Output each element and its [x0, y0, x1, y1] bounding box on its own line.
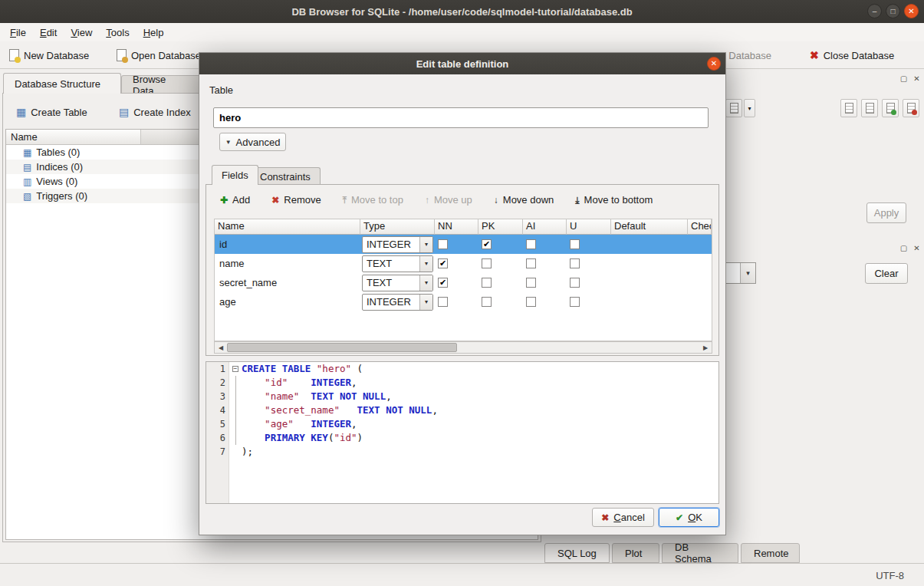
chevron-down-icon: ▾ — [748, 105, 751, 112]
field-type-combobox[interactable]: TEXT ▾ — [362, 275, 433, 291]
column-header-type[interactable]: Type — [360, 219, 435, 235]
field-actions-toolbar: ✚ Add ✖ Remove ⤒ Move to top ↑ Move up ↓… — [212, 191, 660, 209]
menu-edit[interactable]: Edit — [33, 25, 64, 40]
tree-header-name[interactable]: Name — [6, 130, 141, 144]
cell-editor-mode-dropdown[interactable]: ▾ — [744, 99, 755, 117]
fold-collapse-icon[interactable]: − — [232, 366, 238, 372]
ai-checkbox[interactable] — [526, 258, 536, 268]
column-header-nn[interactable]: NN — [435, 219, 478, 235]
u-checkbox[interactable] — [570, 297, 580, 307]
pk-checkbox[interactable] — [482, 278, 492, 288]
field-row-age[interactable]: age INTEGER ▾ — [215, 292, 712, 311]
move-to-bottom-button[interactable]: ⤓ Move to bottom — [567, 191, 660, 209]
ai-checkbox[interactable] — [526, 278, 536, 288]
cell-import-button[interactable] — [840, 99, 857, 117]
cell-clear-button[interactable] — [903, 99, 919, 117]
scroll-left-icon[interactable]: ◀ — [215, 342, 227, 353]
bottom-tab-db-schema[interactable]: DB Schema — [662, 543, 738, 563]
field-name-cell[interactable]: name — [215, 258, 360, 269]
field-type-combobox[interactable]: INTEGER ▾ — [362, 236, 433, 253]
tab-constraints[interactable]: Constraints — [250, 167, 321, 185]
cell-editor-mode-button[interactable] — [725, 99, 742, 117]
sql-preview[interactable]: 1 − CREATE TABLE "hero" ( 2 "id" INTEGER… — [206, 361, 719, 504]
tab-database-structure[interactable]: Database Structure — [3, 73, 121, 94]
tab-browse-data[interactable]: Browse Data — [121, 75, 201, 94]
clear-button[interactable]: Clear — [865, 263, 908, 284]
create-table-button[interactable]: ▦ Create Table — [10, 102, 94, 122]
column-header-u[interactable]: U — [567, 219, 611, 235]
menu-tools[interactable]: Tools — [99, 25, 136, 40]
column-header-name[interactable]: Name — [215, 219, 360, 235]
dock-float-icon[interactable]: ▢ — [899, 244, 909, 254]
menu-file[interactable]: File — [3, 25, 33, 40]
chevron-down-icon[interactable]: ▾ — [419, 275, 432, 291]
apply-button[interactable]: Apply — [866, 202, 906, 223]
nn-checkbox[interactable] — [438, 239, 448, 249]
move-down-button[interactable]: ↓ Move down — [486, 191, 561, 209]
u-checkbox[interactable] — [570, 258, 580, 268]
chevron-down-icon[interactable]: ▾ — [419, 237, 432, 252]
nn-checkbox[interactable]: ✔ — [438, 278, 448, 288]
add-field-button[interactable]: ✚ Add — [212, 191, 258, 209]
move-up-button[interactable]: ↑ Move up — [417, 191, 480, 209]
column-header-check[interactable]: Check — [688, 219, 712, 235]
dock-close-icon[interactable]: ✕ — [912, 244, 922, 254]
advanced-toggle-button[interactable]: ▼ Advanced — [219, 133, 286, 151]
menu-view[interactable]: View — [64, 25, 99, 40]
cell-save-button[interactable] — [882, 99, 899, 117]
create-index-button[interactable]: ▤ Create Index — [113, 102, 197, 122]
open-database-button[interactable]: Open Database — [112, 45, 206, 65]
dock-close-icon[interactable]: ✕ — [912, 74, 922, 84]
ai-checkbox[interactable] — [526, 239, 536, 249]
field-name-cell[interactable]: age — [215, 296, 360, 308]
move-to-top-button[interactable]: ⤒ Move to top — [335, 191, 411, 209]
column-header-default[interactable]: Default — [611, 219, 688, 235]
close-button[interactable]: ✕ — [904, 4, 919, 18]
pk-checkbox[interactable] — [482, 258, 492, 268]
cancel-button[interactable]: ✖ Cancel — [592, 508, 654, 527]
chevron-down-icon[interactable]: ▾ — [419, 295, 432, 310]
scroll-right-icon[interactable]: ▶ — [699, 342, 712, 353]
close-database-button[interactable]: ✖ Close Database — [805, 45, 899, 65]
bottom-tab-sql-log[interactable]: SQL Log — [544, 543, 610, 563]
field-type-combobox[interactable]: TEXT ▾ — [362, 255, 433, 272]
remove-field-button[interactable]: ✖ Remove — [264, 191, 328, 209]
field-name-cell[interactable]: secret_name — [215, 277, 360, 288]
sql-line: 5 "age" INTEGER, — [206, 417, 718, 431]
bottom-tab-plot[interactable]: Plot — [612, 543, 659, 563]
chevron-down-icon[interactable]: ▾ — [419, 256, 432, 272]
field-type-combobox[interactable]: INTEGER ▾ — [362, 294, 433, 311]
new-database-button[interactable]: New Database — [5, 45, 94, 65]
dialog-close-button[interactable]: ✕ — [707, 57, 721, 71]
u-checkbox[interactable] — [570, 278, 580, 288]
field-row-id[interactable]: id INTEGER ▾ ✔ — [215, 235, 712, 254]
column-header-ai[interactable]: AI — [523, 219, 567, 235]
scrollbar-thumb[interactable] — [227, 343, 457, 352]
dialog-titlebar[interactable]: Edit table definition ✕ — [199, 53, 725, 74]
nn-checkbox[interactable]: ✔ — [438, 258, 448, 268]
minimize-button[interactable]: – — [867, 4, 882, 18]
horizontal-scrollbar[interactable]: ◀ ▶ — [214, 341, 712, 354]
maximize-button[interactable]: □ — [886, 4, 900, 18]
field-name-cell[interactable]: id — [215, 239, 360, 250]
table-name-input[interactable] — [213, 107, 709, 128]
scrollbar-track[interactable] — [227, 342, 699, 353]
cell-export-button[interactable] — [861, 99, 878, 117]
field-row-secret_name[interactable]: secret_name TEXT ▾ ✔ — [215, 273, 712, 292]
menu-help[interactable]: Help — [136, 25, 171, 40]
nn-checkbox[interactable] — [438, 297, 448, 307]
dock-float-icon[interactable]: ▢ — [899, 74, 909, 84]
fields-table-header[interactable]: NameTypeNNPKAIUDefaultCheck — [215, 219, 712, 235]
u-checkbox[interactable] — [570, 239, 580, 249]
ok-button[interactable]: ✔ OK — [659, 508, 719, 527]
pk-checkbox[interactable]: ✔ — [482, 239, 492, 249]
column-header-pk[interactable]: PK — [478, 219, 523, 235]
ai-checkbox[interactable] — [526, 297, 536, 307]
window-titlebar[interactable]: DB Browser for SQLite - /home/user/code/… — [0, 0, 924, 23]
pk-checkbox[interactable] — [482, 297, 492, 307]
encoding-indicator[interactable]: UTF-8 — [876, 570, 904, 581]
bottom-tab-remote[interactable]: Remote — [741, 543, 800, 563]
tab-fields[interactable]: Fields — [212, 165, 258, 185]
filter-combobox[interactable]: ▾ — [725, 262, 756, 284]
field-row-name[interactable]: name TEXT ▾ ✔ — [215, 254, 712, 273]
